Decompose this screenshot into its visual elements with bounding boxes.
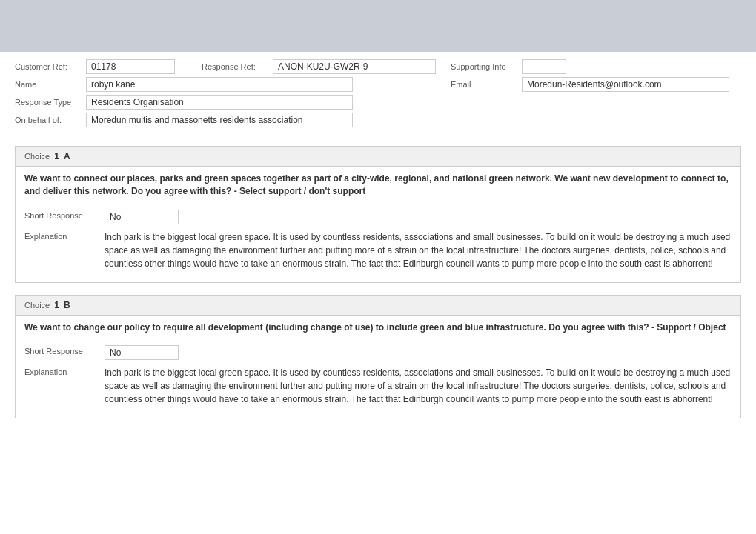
main-content: Customer Ref: 01178 Response Ref: ANON-K… (0, 52, 756, 445)
response-type-row: Response Type Residents Organisation (15, 95, 436, 110)
top-banner (0, 0, 756, 52)
customer-ref-row: Customer Ref: 01178 Response Ref: ANON-K… (15, 59, 436, 74)
explanation-row-1: Explanation Inch park is the biggest loc… (24, 366, 732, 406)
on-behalf-row: On behalf of: Moredun multis and massone… (15, 113, 436, 127)
supporting-info-label: Supporting Info (451, 62, 517, 71)
choice-label-0: Choice (24, 152, 50, 161)
name-label: Name (15, 80, 82, 89)
choice-letter-0: A (64, 151, 70, 161)
info-grid: Customer Ref: 01178 Response Ref: ANON-K… (15, 59, 741, 130)
choice-question-0: We want to connect our places, parks and… (16, 166, 740, 204)
name-value: robyn kane (86, 77, 353, 92)
explanation-text-1: Inch park is the biggest local green spa… (105, 366, 732, 406)
response-section-0: Short Response No Explanation Inch park … (16, 204, 740, 282)
explanation-label-0: Explanation (24, 230, 99, 241)
choice-header-0: Choice 1 A (16, 147, 740, 166)
choice-header-1: Choice 1 B (16, 296, 740, 315)
explanation-text-0: Inch park is the biggest local green spa… (105, 230, 732, 270)
customer-ref-label: Customer Ref: (15, 62, 82, 71)
choice-block-0: Choice 1 A We want to connect our places… (15, 146, 741, 283)
right-info-col: Supporting Info Email Moredun-Residents@… (451, 59, 741, 130)
choice-question-1: We want to change our policy to require … (16, 315, 740, 340)
short-response-value-0: No (105, 210, 179, 224)
response-type-value: Residents Organisation (86, 95, 353, 110)
short-response-label-0: Short Response (24, 210, 99, 220)
explanation-label-1: Explanation (24, 366, 99, 376)
choices-container: Choice 1 A We want to connect our places… (15, 146, 741, 418)
short-response-value-1: No (105, 345, 179, 360)
choice-number-0: 1 (54, 151, 59, 161)
name-row: Name robyn kane (15, 77, 436, 92)
response-type-label: Response Type (15, 98, 82, 107)
choice-label-1: Choice (24, 301, 50, 310)
supporting-info-row: Supporting Info (451, 59, 741, 74)
short-response-label-1: Short Response (24, 345, 99, 356)
choice-block-1: Choice 1 B We want to change our policy … (15, 295, 741, 419)
email-value: Moredun-Residents@outlook.com (522, 77, 729, 92)
on-behalf-label: On behalf of: (15, 116, 82, 124)
customer-ref-value: 01178 (86, 59, 175, 74)
supporting-info-value (522, 59, 566, 74)
email-row: Email Moredun-Residents@outlook.com (451, 77, 741, 92)
short-response-row-0: Short Response No (24, 210, 732, 224)
info-section: Customer Ref: 01178 Response Ref: ANON-K… (15, 59, 741, 138)
choice-number-1: 1 (54, 300, 59, 310)
explanation-row-0: Explanation Inch park is the biggest loc… (24, 230, 732, 270)
response-section-1: Short Response No Explanation Inch park … (16, 339, 740, 418)
on-behalf-value: Moredun multis and massonetts residents … (86, 113, 353, 127)
email-label: Email (451, 80, 517, 89)
choice-letter-1: B (64, 300, 70, 310)
short-response-row-1: Short Response No (24, 345, 732, 360)
left-info-col: Customer Ref: 01178 Response Ref: ANON-K… (15, 59, 436, 130)
response-ref-value: ANON-KU2U-GW2R-9 (273, 59, 436, 74)
response-ref-label: Response Ref: (202, 62, 268, 71)
